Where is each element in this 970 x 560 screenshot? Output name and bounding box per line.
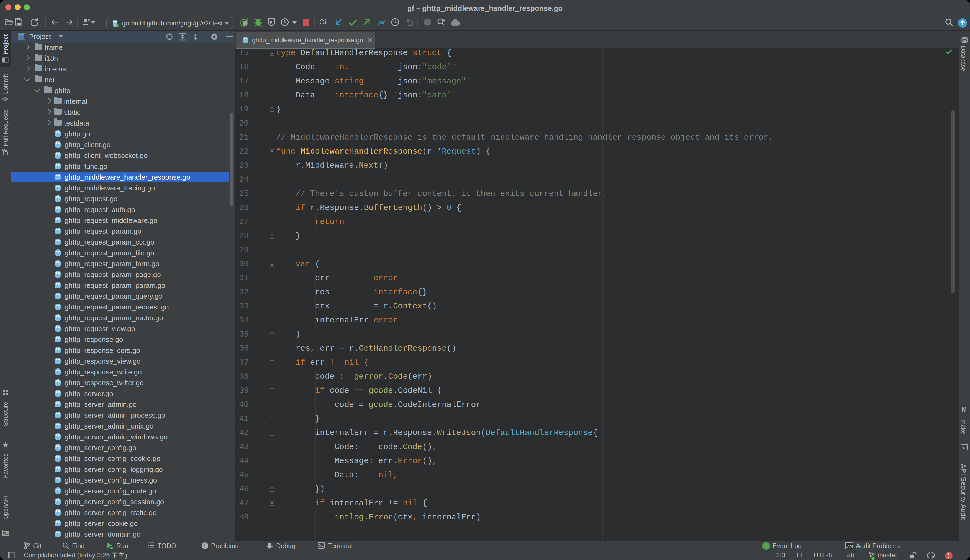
svg-text:/API: /API: [846, 544, 853, 548]
svg-text:/API: /API: [962, 447, 968, 450]
svg-text:/API: /API: [3, 532, 9, 535]
